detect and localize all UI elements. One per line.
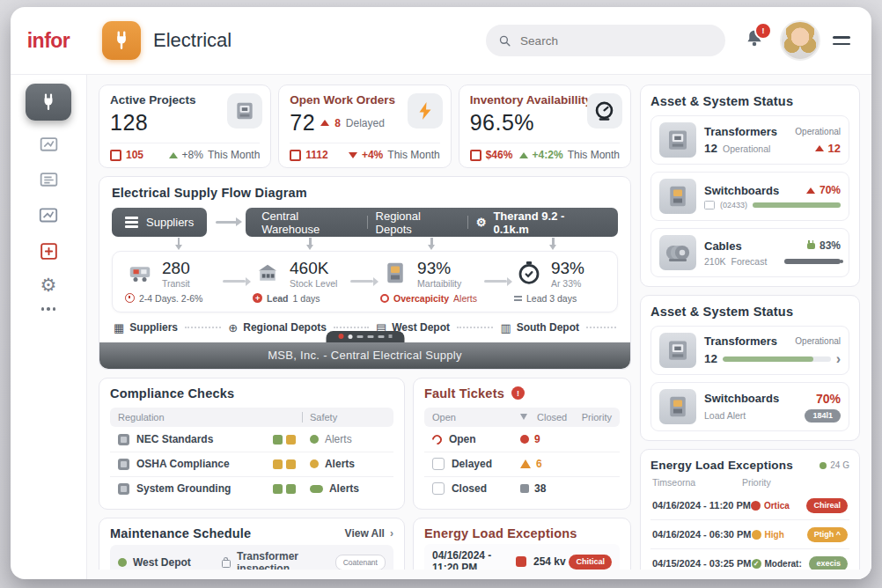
stat-label: Stock Level [290, 278, 337, 289]
checkbox-icon[interactable] [432, 482, 445, 495]
kpi-footer: $46% +4:2%This Month [470, 143, 620, 167]
checkbox-icon[interactable] [432, 458, 445, 470]
pagination-dot[interactable] [367, 335, 373, 338]
search-input[interactable] [518, 33, 713, 48]
warning-icon [520, 459, 531, 468]
asset-card-switchboards[interactable]: Switchboards 70% (02433) [650, 172, 849, 221]
severity-icon-green: ✓ [752, 559, 761, 569]
central-warehouse-segment[interactable]: Central Warehouse [261, 209, 358, 236]
sidebar-item-reports[interactable] [38, 169, 60, 191]
sidebar-item-dashboard[interactable] [26, 84, 71, 121]
maintenance-badge[interactable]: Coatenant [335, 555, 386, 570]
pagination-dot[interactable] [388, 334, 392, 338]
warehouse-depots-pill[interactable]: Central Warehouse Regional Depots ⚙Thera… [246, 208, 618, 237]
priority-badge[interactable]: Chireal [806, 498, 848, 513]
asset-value: 70% [816, 392, 841, 406]
sidebar-item-add[interactable] [38, 240, 60, 262]
suppliers-pill[interactable]: Suppliers [112, 208, 207, 237]
priority-badge[interactable]: execis [809, 556, 848, 570]
pagination-dot[interactable] [378, 335, 384, 338]
column-priority[interactable]: Priority [742, 477, 848, 488]
menu-button[interactable] [833, 36, 850, 45]
exception-row[interactable]: 04/16/2024 - 11:20 PM Ortica Chireal [650, 491, 849, 520]
kpi-card-open-work-orders[interactable]: Open Work Orders 72 8 Delayed 1112 +4%Th… [278, 85, 451, 168]
sidebar-item-settings[interactable]: ⚙ [40, 276, 57, 294]
maintenance-task-icon [222, 560, 231, 568]
stat-availability[interactable]: 93%Martaibility OvercapicityAlerts [377, 260, 481, 304]
avatar[interactable] [780, 20, 820, 61]
node-south-depot[interactable]: ▥South Depot [500, 321, 579, 334]
asset-card-cables[interactable]: Cables 83% 210K Forecast [650, 228, 849, 277]
kpi-trend-suffix: This Month [387, 149, 439, 161]
progress-bar [753, 202, 841, 208]
stat-label: Martaibility [417, 278, 461, 289]
severity-label: Ortica [764, 501, 790, 511]
kpi-icon-box [408, 93, 443, 129]
stat-note-bold: Lead [267, 293, 289, 304]
column-priority[interactable]: Priority [575, 412, 612, 423]
pagination-dot[interactable] [348, 334, 352, 339]
plus-icon: + [253, 293, 262, 303]
task-name: Transformer inspection [237, 550, 335, 570]
column-timestamp[interactable]: Timseorna [652, 477, 742, 488]
asset-value: 83% [820, 239, 841, 252]
asset-card-switchboards[interactable]: Switchboards 70% Load Alert 184l1 [650, 382, 849, 431]
stat-transit[interactable]: 280Transit 2-4 Days. 2-6% [121, 260, 219, 304]
asset-status: Operational [795, 336, 841, 346]
kpi-value: 72 [290, 110, 315, 136]
column-open[interactable]: Open [432, 412, 520, 423]
priority-badge[interactable]: Chitical [569, 555, 612, 570]
table-row[interactable]: Open 9 [424, 428, 620, 452]
notifications-button[interactable]: ! [743, 27, 768, 54]
asset-card-transformers[interactable]: TransformersOperational 12 › [650, 326, 849, 375]
status-square-green [286, 484, 296, 494]
sidebar-item-analytics[interactable] [37, 204, 60, 227]
pagination-dot[interactable] [356, 335, 363, 338]
column-closed[interactable]: Closed [537, 412, 567, 423]
therand-segment[interactable]: ⚙Therand 9.2 - 0.1k.m [476, 209, 602, 236]
exception-row[interactable]: 04/15/2024 - 03:25 PM ✓Moderat: execis [650, 549, 849, 570]
chevron-right-icon[interactable]: › [836, 351, 841, 367]
node-suppliers[interactable]: ▦Suppliers [114, 321, 178, 334]
table-row[interactable]: System Grounding Alerts [110, 477, 393, 501]
table-row[interactable]: Closed 38 [424, 477, 620, 501]
stat-lead-time[interactable]: 93%Ar 33% Lead 3 days [511, 260, 608, 304]
pagination-dot-active[interactable] [338, 334, 343, 339]
node-regional-depots[interactable]: ⊕Regional Depots [228, 321, 327, 334]
view-all-link[interactable]: View All› [345, 527, 393, 540]
stat-stock-level[interactable]: 460KStock Level +Lead1 days [249, 260, 347, 304]
stat-note: 1 days [293, 293, 320, 304]
table-row[interactable]: NEC Standards Alerts [110, 428, 393, 452]
kpi-card-inventory-availability[interactable]: Inventory Availabillity 96.5% $46% +4:2%… [459, 85, 631, 168]
exception-row[interactable]: 04/16/2024 - 11:20 PM 254 kv Chitical [424, 544, 620, 570]
panel-title: Electrical Supply Flow Diagram [112, 186, 618, 200]
column-safety[interactable]: Safety [310, 412, 386, 423]
divider [302, 412, 303, 423]
maintenance-row[interactable]: West Depot Transformer inspection Coaten… [110, 545, 393, 570]
kpi-row: Active Projects 128 105 +8%This Month Op… [99, 85, 631, 168]
table-header: Open Closed Priority [424, 408, 620, 427]
kpi-count: 1112 [305, 149, 327, 161]
column-regulation[interactable]: Regulation [118, 412, 295, 423]
exception-row[interactable]: 04/16/2024 - 06:30 PM High Ptigh ^ [650, 520, 849, 549]
search-bar[interactable] [486, 25, 725, 56]
priority-badge[interactable]: Ptigh ^ [807, 527, 848, 542]
panel-box-icon [380, 260, 410, 286]
regional-depots-segment[interactable]: Regional Depots [376, 209, 459, 236]
sidebar-item-more[interactable] [41, 307, 56, 311]
asset-card-transformers[interactable]: TransformersOperational 12 Operational 1… [650, 115, 849, 165]
tables-row-2: Maintenance Schedule View All› West Depo… [99, 518, 631, 570]
arrow-down-icon [309, 238, 312, 245]
table-row[interactable]: OSHA Compliance Alerts [110, 452, 393, 477]
severity-label: Moderat: [765, 559, 802, 569]
stat-label: Ar 33% [551, 278, 584, 289]
kpi-card-active-projects[interactable]: Active Projects 128 105 +8%This Month [99, 85, 271, 168]
report-icon [38, 169, 60, 191]
filter-icon[interactable] [520, 414, 527, 420]
stopwatch-icon [514, 260, 544, 286]
kpi-footer: 1112 +4%This Month [290, 143, 439, 167]
table-row[interactable]: Delayed 6 [424, 452, 620, 477]
status-dot-green [820, 462, 827, 469]
sidebar-item-monitor[interactable] [38, 134, 60, 156]
exception-time: 04/16/2024 - 11:20 PM [652, 500, 751, 511]
